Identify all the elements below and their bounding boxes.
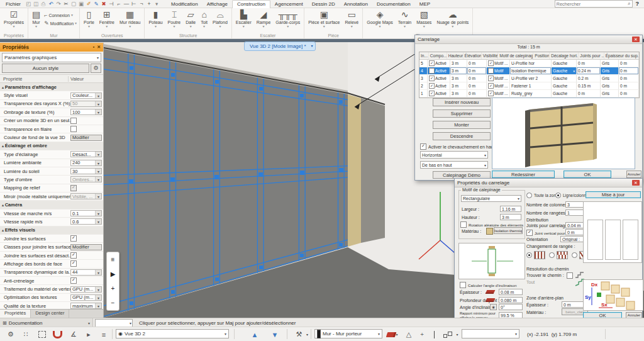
- property-value-control[interactable]: [70, 185, 102, 191]
- snap-perpendicular-icon[interactable]: ⊣: [108, 0, 115, 8]
- ribbon-button[interactable]: ╥╥╥ Garde-corps ▾: [273, 9, 303, 28]
- table-row[interactable]: 4 Activé 3 m 0 m Motif Isolation thermiq…: [419, 67, 639, 75]
- menu-tab[interactable]: Agencement: [270, 1, 308, 8]
- save-icon[interactable]: ◫: [32, 0, 40, 8]
- table-column-header[interactable]: In...: [419, 52, 429, 59]
- cut-icon[interactable]: ✂: [62, 0, 70, 8]
- property-value-control[interactable]: 0.1: [70, 210, 102, 216]
- menu-tab[interactable]: Annotation: [340, 1, 372, 8]
- update-button[interactable]: Mise à jour: [586, 191, 641, 198]
- table-row[interactable]: 1 Activé 3 m 0 m Motif ... Rusty_grey Ga…: [419, 90, 639, 98]
- ribbon-button[interactable]: ▦ Mur rideau ▾: [117, 9, 143, 28]
- property-value-control[interactable]: [70, 118, 102, 124]
- columns-field[interactable]: 3: [565, 201, 584, 208]
- table-column-header[interactable]: Épaisseur du sup...: [604, 52, 639, 59]
- view-tab-3d[interactable]: Vue 3D 2 [Mode Image] *: [244, 42, 316, 51]
- move-down-button[interactable]: Descendre: [433, 132, 491, 140]
- ribbon-button-mur[interactable]: ▤ Mur ▾: [30, 9, 43, 28]
- table-row[interactable]: 3 Activé 3 m 0 m Motif ... U-Profile ver…: [419, 75, 639, 82]
- 3d-edit-button[interactable]: ⚒: [292, 329, 308, 340]
- menu-fichier[interactable]: Fichier: [2, 1, 25, 7]
- snap-line-icon[interactable]: ―: [123, 0, 130, 8]
- table-column-header[interactable]: Décalage hori...: [550, 52, 579, 59]
- value-combo[interactable]: [462, 329, 519, 338]
- menu-tab[interactable]: MEP: [415, 1, 435, 8]
- snap-point-icon[interactable]: +: [145, 0, 153, 8]
- brush-icon[interactable]: ✐: [85, 0, 92, 8]
- grid-snap-button[interactable]: ∷: [19, 329, 33, 340]
- pencil-icon[interactable]: ✎: [92, 0, 100, 8]
- cancel-button[interactable]: Annuler: [626, 170, 641, 178]
- style-button[interactable]: Aucun style: [2, 64, 89, 73]
- property-value-control[interactable]: 50: [70, 101, 102, 107]
- print-icon[interactable]: ⎙: [40, 0, 47, 8]
- menu-tab[interactable]: Documentation: [372, 1, 415, 8]
- find-path-checkbox[interactable]: [567, 272, 573, 279]
- ribbon-button[interactable]: ☑ Propriétés ▾: [1, 9, 26, 28]
- background-thickness-field[interactable]: 0 m: [562, 301, 584, 308]
- move-up-button[interactable]: Monter: [433, 121, 491, 129]
- close-icon[interactable]: ✕: [632, 180, 640, 186]
- ribbon-button[interactable]: ▭ Relevé ▾: [342, 9, 361, 28]
- table-column-header[interactable]: Position: [533, 52, 550, 59]
- nav-play-icon[interactable]: ▶: [111, 271, 116, 277]
- quick-combo[interactable]: [95, 319, 133, 327]
- angle-picker-button[interactable]: ∗: [490, 304, 497, 310]
- ribbon-button[interactable]: ⌓ Plafond ▾: [210, 9, 230, 28]
- angle-snap-button[interactable]: ∡: [67, 329, 80, 340]
- segment-options[interactable]: [454, 329, 460, 340]
- table-column-header[interactable]: Visibilité: [482, 52, 498, 59]
- property-value-control[interactable]: 44: [70, 269, 102, 276]
- property-value-control[interactable]: [70, 277, 102, 284]
- property-value-control[interactable]: Couleur...: [70, 92, 102, 99]
- ribbon-button[interactable]: ▧ Masses ▾: [414, 9, 434, 28]
- property-value-control[interactable]: [70, 126, 102, 132]
- quick-caret-icon[interactable]: ▾: [153, 0, 160, 8]
- ribbon-button[interactable]: ▣ Pièce et surface ▾: [306, 9, 342, 28]
- ribbon-button[interactable]: ◢ Rampe ▾: [254, 9, 274, 28]
- table-row[interactable]: 5 Activé 3 m 0 m Motif ... U-Profile hor…: [419, 60, 639, 67]
- close-icon[interactable]: ✕: [632, 36, 640, 42]
- help-button[interactable]: ?: [636, 1, 640, 7]
- move-down-button[interactable]: ▼: [267, 329, 283, 340]
- search-input[interactable]: [557, 1, 628, 7]
- ribbon-button[interactable]: ☁ Nuage de points ▾: [434, 9, 471, 28]
- property-value-control[interactable]: Visible, ...: [70, 193, 102, 199]
- row-shift-option-2[interactable]: [549, 251, 568, 259]
- joint-depth-field[interactable]: 0.080 m: [499, 297, 523, 303]
- height-field[interactable]: 3 m: [500, 214, 521, 220]
- tab-design-center[interactable]: Design center: [31, 310, 69, 318]
- ribbon-button[interactable]: ⌂ Toit ▾: [198, 9, 210, 28]
- undo-icon[interactable]: ↶: [47, 0, 55, 8]
- copy-icon[interactable]: ▢: [70, 0, 77, 8]
- table-column-header[interactable]: Joints pour ...: [579, 52, 604, 59]
- snap-angle-icon[interactable]: ¬: [138, 0, 145, 8]
- delete-icon[interactable]: ✖: [100, 0, 108, 8]
- ribbon-button[interactable]: ▯ Porte ▾: [81, 9, 97, 28]
- width-field[interactable]: 1.16 m: [500, 206, 521, 212]
- ok-button[interactable]: OK: [564, 170, 611, 178]
- calc-angle-checkbox[interactable]: Calculer l'angle d'inclinaison: [460, 282, 516, 288]
- table-column-header[interactable]: Élévation: [464, 52, 482, 59]
- north-arrow-button[interactable]: △: [402, 329, 415, 340]
- insert-new-button[interactable]: Insérer nouveau: [433, 98, 491, 106]
- menu-tab[interactable]: Construction: [232, 0, 270, 8]
- ribbon-button[interactable]: ∿ Terrain ▾: [396, 9, 414, 28]
- table-row[interactable]: 2 Activé 3 m 0 m Motif ... Fastener 1 Ga…: [419, 82, 639, 90]
- ribbon-button[interactable]: ⌶ Poutre ▾: [165, 9, 184, 28]
- search-box[interactable]: ⌕: [555, 0, 633, 8]
- tab-proprietes[interactable]: Propriétés: [0, 310, 31, 318]
- ribbon-button-modification[interactable]: ✎ Modification ▾: [44, 21, 77, 26]
- property-value-control[interactable]: 100: [70, 109, 102, 115]
- settings-button[interactable]: ⚙: [4, 329, 18, 340]
- rows-field[interactable]: 1: [565, 210, 584, 216]
- delete-button[interactable]: Supprimer: [433, 109, 491, 118]
- property-value-control[interactable]: [70, 260, 102, 267]
- angle-field[interactable]: 0°: [499, 304, 523, 310]
- overlap-checkbox[interactable]: Activer le chevauchement en hauteur: [420, 143, 501, 150]
- property-value-control[interactable]: Ombres...: [70, 176, 102, 182]
- eraser-button[interactable]: [385, 329, 400, 340]
- reference-axis-button[interactable]: [429, 329, 440, 340]
- pattern-type-dropdown[interactable]: Rectangulaire: [461, 195, 521, 202]
- ribbon-button[interactable]: ▱ Dalle ▾: [183, 9, 198, 28]
